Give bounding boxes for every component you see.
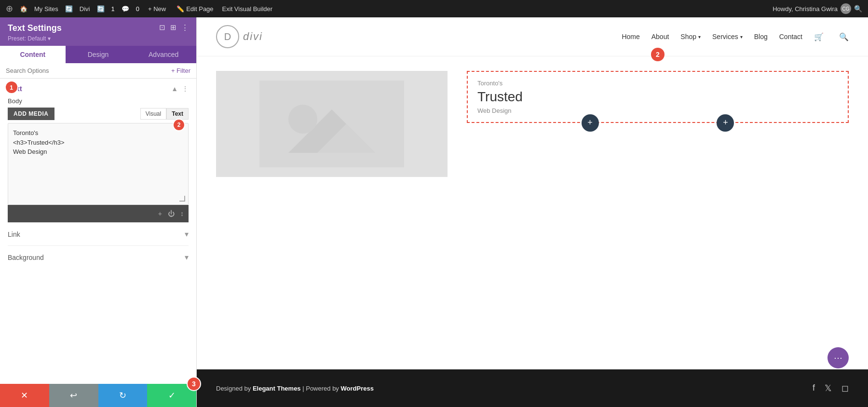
twitter-icon[interactable]: 𝕏 <box>825 383 832 393</box>
power-icon[interactable]: ⏻ <box>168 210 175 217</box>
nav-contact[interactable]: Contact <box>779 33 802 41</box>
search-icon[interactable]: 🔍 <box>854 5 862 13</box>
visual-tab[interactable]: Visual <box>140 108 166 120</box>
link-chevron-icon: ▾ <box>185 230 189 239</box>
background-chevron-icon: ▾ <box>185 253 189 262</box>
cancel-button[interactable]: ✕ <box>0 384 49 407</box>
update-icon[interactable]: 🔄 <box>97 5 105 13</box>
columns-icon[interactable]: ⊞ <box>170 23 176 32</box>
nav-shop[interactable]: Shop ▾ <box>680 33 701 41</box>
footer-text: Designed by Elegant Themes | Powered by … <box>216 385 374 392</box>
text-tab[interactable]: Text <box>166 108 189 120</box>
preview-area: D divi Home About Shop ▾ Services ▾ Blog… <box>197 17 868 407</box>
more-icon[interactable]: ⋮ <box>181 23 189 32</box>
facebook-icon[interactable]: f <box>813 383 815 393</box>
sidebar-search: + Filter <box>0 63 196 79</box>
instagram-icon[interactable]: ◻ <box>841 383 849 393</box>
logo-text: divi <box>243 30 263 43</box>
resize-icon[interactable]: ⊡ <box>159 23 165 32</box>
divi-icon: 🔄 <box>65 5 73 13</box>
placeholder-svg <box>259 81 404 167</box>
edit-page-button[interactable]: ✏️ Edit Page <box>175 4 215 14</box>
arrows-icon[interactable]: ↕ <box>180 210 184 217</box>
sidebar: Text Settings Preset: Default ▾ ⊡ ⊞ ⋮ Co… <box>0 17 197 407</box>
tab-advanced[interactable]: Advanced <box>131 46 196 63</box>
section-more-icon[interactable]: ⋮ <box>182 85 189 93</box>
my-sites-link[interactable]: My Sites <box>34 5 58 13</box>
nav-about[interactable]: About <box>651 33 669 41</box>
avatar: CG <box>841 3 851 14</box>
hero-text-large: Trusted <box>477 89 838 105</box>
sidebar-content: Text 1 ▲ ⋮ Body ADD MEDIA Visual Text T <box>0 79 196 384</box>
new-button[interactable]: + New <box>146 4 168 14</box>
redo-button[interactable]: ↻ <box>98 384 148 407</box>
sidebar-tabs: Content Design Advanced <box>0 46 196 63</box>
background-section[interactable]: Background ▾ <box>8 245 189 269</box>
services-chevron-icon: ▾ <box>740 34 743 40</box>
wp-admin-bar: ⊕ 🏠 My Sites 🔄 Divi 🔄 1 💬 0 + New ✏️ Edi… <box>0 0 868 17</box>
wp-logo-icon[interactable]: ⊕ <box>6 3 13 14</box>
plus-icon[interactable]: + <box>158 210 162 217</box>
link-section[interactable]: Link ▾ <box>8 222 189 245</box>
site-header: D divi Home About Shop ▾ Services ▾ Blog… <box>197 17 868 56</box>
editor-toolbar: ADD MEDIA Visual Text <box>8 108 189 120</box>
badge-2-editor: 2 <box>173 119 185 131</box>
tab-design[interactable]: Design <box>66 46 131 63</box>
logo-circle: D <box>216 25 239 48</box>
edit-icon: ✏️ <box>176 5 184 13</box>
filter-button[interactable]: + Filter <box>171 67 190 74</box>
hero-section: 2 Toronto's Trusted Web Design + + <box>197 56 868 191</box>
background-label: Background <box>8 254 44 261</box>
site-footer: Designed by Elegant Themes | Powered by … <box>197 369 868 407</box>
add-column-left-button[interactable]: + <box>582 114 599 132</box>
resize-handle[interactable] <box>179 196 185 202</box>
logo-letter: D <box>224 31 231 42</box>
exit-visual-builder-button[interactable]: Exit Visual Builder <box>222 5 273 13</box>
hero-image <box>216 71 448 177</box>
add-media-button[interactable]: ADD MEDIA <box>8 108 54 120</box>
nav-blog[interactable]: Blog <box>754 33 768 41</box>
text-editor-area[interactable]: Toronto's <h3>Trusted</h3> Web Design 2 <box>8 123 189 205</box>
site-name-link[interactable]: Divi <box>80 5 90 13</box>
sidebar-header: Text Settings Preset: Default ▾ ⊡ ⊞ ⋮ <box>0 17 196 46</box>
nav-services[interactable]: Services ▾ <box>712 33 743 41</box>
search-input[interactable] <box>6 67 167 74</box>
link-label: Link <box>8 231 20 238</box>
undo-button[interactable]: ↩ <box>49 384 98 407</box>
badge-1: 1 <box>5 81 18 94</box>
site-logo[interactable]: D divi <box>216 25 263 48</box>
step-2-badge: 2 <box>650 47 665 62</box>
text-section-header: Text 1 ▲ ⋮ <box>8 84 189 93</box>
nav-search-icon[interactable]: 🔍 <box>839 32 849 41</box>
content-spacer <box>197 191 868 369</box>
text-content-box[interactable]: Toronto's Trusted Web Design <box>467 71 849 123</box>
badge-3: 3 <box>187 377 201 391</box>
tab-content[interactable]: Content <box>0 46 66 63</box>
shop-chevron-icon: ▾ <box>698 34 701 40</box>
my-sites-icon[interactable]: 🏠 <box>20 5 27 13</box>
nav-home[interactable]: Home <box>622 33 639 41</box>
update-count: 1 <box>111 5 115 13</box>
comment-icon[interactable]: 💬 <box>122 5 129 13</box>
chevron-up-icon[interactable]: ▲ <box>171 85 178 93</box>
body-label: Body <box>8 97 189 105</box>
sidebar-title: Text Settings <box>8 23 62 33</box>
comment-count: 0 <box>136 5 139 13</box>
hero-text-medium: Web Design <box>477 107 838 114</box>
sidebar-preset[interactable]: Preset: Default ▾ <box>8 35 62 42</box>
editor-content: Toronto's <h3>Trusted</h3> Web Design <box>13 129 65 155</box>
editor-view-tabs: Visual Text <box>140 108 189 120</box>
howdy-text: Howdy, Christina Gwira <box>773 5 838 13</box>
editor-bottom-bar: + ⏻ ↕ <box>8 205 189 222</box>
cart-icon[interactable]: 🛒 <box>814 32 824 41</box>
action-bar: ✕ ↩ ↻ ✓ 3 <box>0 384 196 407</box>
floating-options-button[interactable]: ⋯ <box>827 347 849 368</box>
hero-text-small: Toronto's <box>477 80 838 87</box>
site-nav: Home About Shop ▾ Services ▾ Blog Contac… <box>622 32 849 41</box>
add-column-right-button[interactable]: + <box>717 114 734 132</box>
footer-social: f 𝕏 ◻ <box>813 383 849 393</box>
svg-point-3 <box>288 105 317 134</box>
hero-text-box: 2 Toronto's Trusted Web Design + + <box>467 71 849 123</box>
